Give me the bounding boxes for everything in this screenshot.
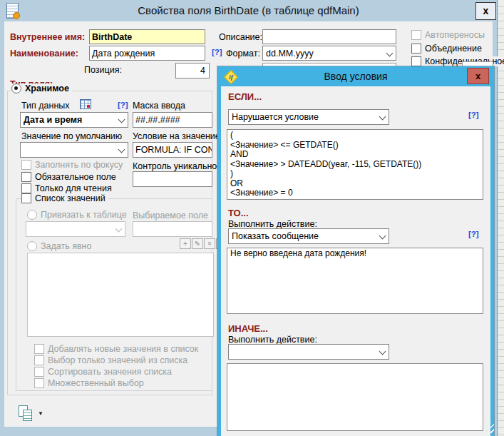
format-select-value: dd.MM.yyyy xyxy=(266,49,314,59)
radio-bind-table-dot xyxy=(27,210,37,220)
radio-stored-label: Хранимое xyxy=(25,83,69,93)
checkbox-value-list-label: Список значений xyxy=(35,193,106,203)
position-input[interactable]: 4 xyxy=(175,63,210,78)
format-select[interactable]: dd.MM.yyyy xyxy=(262,46,396,61)
condition-textarea[interactable]: ( <Значение> <= GETDATE() AND <Значение>… xyxy=(227,129,483,200)
checkbox-autowrap: Автопереносы xyxy=(411,30,488,40)
pick-field-label: Выбираемое поле xyxy=(133,211,208,220)
resize-grip[interactable] xyxy=(485,422,494,433)
then-help-link[interactable]: [?] xyxy=(468,230,479,238)
then-heading: ТО... xyxy=(228,208,249,218)
checkbox-readonly-label: Только для чтения xyxy=(35,183,112,193)
checkbox-merge-box xyxy=(411,44,421,54)
checkbox-value-list-box xyxy=(21,193,31,203)
chevron-down-icon xyxy=(386,50,394,57)
chevron-down-icon xyxy=(115,225,123,233)
checkbox-add-new-values-label: Добавлять новые значения в список xyxy=(48,344,198,354)
chevron-down-icon xyxy=(379,113,386,121)
copy-icon xyxy=(19,405,33,421)
chevron-down-icon xyxy=(118,116,125,123)
condition-title: Ввод условия xyxy=(324,71,388,82)
pick-field-input xyxy=(133,221,212,237)
field-properties-titlebar[interactable]: Свойства поля BirthDate (в таблице qdfMa… xyxy=(0,0,497,21)
checkbox-only-list-values-label: Выбор только значений из списка xyxy=(48,355,187,365)
condition-close-button[interactable]: x xyxy=(467,68,489,84)
delete-icon: × xyxy=(207,240,212,248)
name-input[interactable]: Дата рождения xyxy=(89,46,205,61)
condition-titlebar[interactable]: Ввод условия xyxy=(217,66,494,86)
if-help-link[interactable]: [?] xyxy=(468,111,479,119)
add-icon: + xyxy=(183,240,187,248)
list-delete-button: × xyxy=(204,238,215,249)
data-type-select[interactable]: Дата и время xyxy=(20,112,128,128)
default-value-select[interactable] xyxy=(20,142,128,158)
data-type-select-value: Дата и время xyxy=(24,115,82,125)
checkbox-sort-list-values-label: Сортировать значения списка xyxy=(48,367,172,377)
checkbox-multiselect: Множественный выбор xyxy=(34,378,147,388)
checkbox-confidential-box xyxy=(411,56,421,66)
default-value-label: Значение по умолчанию xyxy=(21,131,122,141)
else-heading: ИНАЧЕ... xyxy=(228,323,268,334)
description-input[interactable] xyxy=(262,29,396,44)
if-heading: ЕСЛИ... xyxy=(228,91,262,102)
chevron-down-icon xyxy=(118,146,125,153)
chevron-down-icon xyxy=(379,348,386,355)
chevron-down-icon xyxy=(379,233,386,240)
field-properties-title: Свойства поля BirthDate (в таблице qdfMa… xyxy=(138,4,359,16)
checkbox-value-list[interactable]: Список значений xyxy=(21,193,108,203)
explicit-values-listbox xyxy=(27,253,214,337)
radio-set-explicit-label: Задать явно xyxy=(41,241,91,251)
copy-properties-button[interactable]: ▼ xyxy=(19,405,50,422)
checkbox-readonly-box xyxy=(21,183,31,193)
then-action-select[interactable]: Показать сообщение xyxy=(228,228,389,244)
checkbox-add-new-values: Добавлять новые значения в список xyxy=(34,344,201,354)
checkbox-required[interactable]: Обязательное поле xyxy=(21,172,119,182)
calendar-icon xyxy=(80,99,91,109)
checkbox-sort-list-values: Сортировать значения списка xyxy=(34,367,175,377)
checkbox-add-new-values-box xyxy=(34,344,44,354)
value-condition-input[interactable]: FORMULA: IF CONDITIO xyxy=(133,142,212,158)
checkbox-readonly[interactable]: Только для чтения xyxy=(21,183,115,193)
radio-bind-table: Привязать к таблице xyxy=(27,210,130,220)
else-action-select[interactable] xyxy=(228,344,389,360)
checkbox-only-list-values-box xyxy=(34,355,44,365)
if-condition-select-value: Нарушается условие xyxy=(232,112,319,122)
checkbox-multiselect-label: Множественный выбор xyxy=(48,378,144,388)
checkbox-autowrap-box xyxy=(411,30,421,40)
checkbox-fill-on-focus-label: Заполнять по фокусу xyxy=(35,160,123,170)
radio-bind-table-label: Привязать к таблице xyxy=(41,210,127,220)
pencil-icon: ✎ xyxy=(195,240,200,248)
condition-dialog: Ввод условия if x ЕСЛИ... Нарушается усл… xyxy=(217,66,494,436)
radio-stored-dot xyxy=(11,83,21,93)
uniqueness-input[interactable] xyxy=(133,171,212,187)
screen: Свойства поля BirthDate (в таблице qdfMa… xyxy=(0,0,504,436)
bind-table-select xyxy=(26,221,125,237)
data-type-label: Тип данных xyxy=(21,101,70,111)
checkbox-fill-on-focus-box xyxy=(21,160,31,170)
radio-stored[interactable]: Хранимое xyxy=(11,83,72,93)
checkbox-only-list-values: Выбор только значений из списка xyxy=(34,355,190,365)
else-action-label: Выполнить действие: xyxy=(228,335,317,345)
data-type-help-link[interactable]: [?] xyxy=(118,101,128,109)
format-help-link[interactable]: [?] xyxy=(212,48,222,56)
then-action-select-value: Показать сообщение xyxy=(232,231,319,241)
internal-name-label: Внутреннее имя: xyxy=(10,32,85,42)
value-condition-label: Условие на значение xyxy=(133,131,220,141)
input-mask-field[interactable]: ##.##.#### xyxy=(133,112,212,128)
checkbox-autowrap-label: Автопереносы xyxy=(425,30,485,40)
input-mask-label: Маска ввода xyxy=(133,101,185,111)
if-condition-select[interactable]: Нарушается условие xyxy=(228,109,389,125)
checkbox-sort-list-values-box xyxy=(34,367,44,377)
internal-name-input[interactable]: BirthDate xyxy=(89,29,205,44)
field-properties-close-button[interactable]: x xyxy=(475,2,496,20)
description-label: Описание: xyxy=(219,32,262,42)
radio-set-explicit-dot xyxy=(27,241,37,251)
checkbox-required-label: Обязательное поле xyxy=(35,172,116,182)
list-edit-button: ✎ xyxy=(192,238,203,249)
else-message-textarea[interactable] xyxy=(227,363,483,431)
field-properties-window-icon xyxy=(6,3,19,19)
name-label: Наименование: xyxy=(10,49,78,59)
checkbox-merge[interactable]: Объединение xyxy=(411,44,485,54)
then-message-textarea[interactable]: Не верно введена дата рождения! xyxy=(227,248,483,314)
uniqueness-label: Контроль уникальности xyxy=(133,161,230,171)
